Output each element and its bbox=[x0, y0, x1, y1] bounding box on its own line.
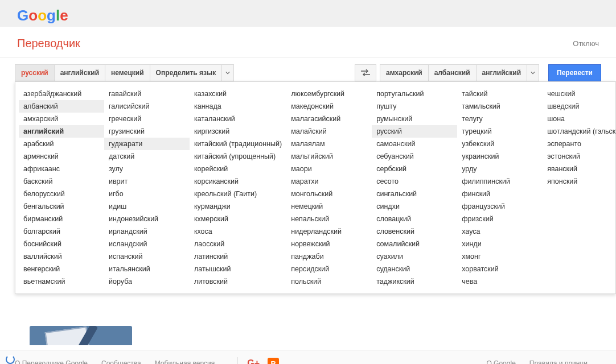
lang-option[interactable]: датский bbox=[104, 150, 190, 163]
lang-option[interactable]: сингальский bbox=[372, 188, 457, 200]
lang-option[interactable]: малаялам bbox=[286, 138, 372, 150]
lang-option[interactable]: кхмерский bbox=[190, 213, 286, 225]
lang-option[interactable]: английский bbox=[19, 125, 104, 138]
lang-option[interactable]: малагасийский bbox=[286, 113, 372, 125]
lang-option[interactable]: киргизский bbox=[190, 125, 286, 138]
lang-option[interactable]: греческий bbox=[104, 113, 190, 125]
footer-about-translate[interactable]: О Переводчике Google bbox=[15, 359, 88, 364]
lang-option[interactable]: баскский bbox=[19, 175, 104, 188]
lang-option[interactable]: идиш bbox=[104, 200, 190, 213]
lang-option[interactable]: телугу bbox=[457, 113, 543, 125]
lang-option[interactable]: словенский bbox=[372, 225, 457, 238]
lang-option[interactable]: китайский (упрощенный) bbox=[190, 150, 286, 163]
footer-mobile[interactable]: Мобильная версия bbox=[155, 359, 215, 364]
lang-option[interactable]: шотландский (гэльский) bbox=[543, 125, 616, 138]
lang-option[interactable]: бирманский bbox=[19, 213, 104, 225]
lang-option[interactable]: азербайджанский bbox=[19, 88, 104, 100]
lang-option[interactable]: шведский bbox=[543, 100, 616, 113]
lang-option[interactable]: армянский bbox=[19, 150, 104, 163]
lang-option[interactable]: мальтийский bbox=[286, 150, 372, 163]
lang-option[interactable]: турецкий bbox=[457, 125, 543, 138]
lang-option[interactable]: шона bbox=[543, 113, 616, 125]
lang-option[interactable]: нидерландский bbox=[286, 225, 372, 238]
lang-option[interactable]: монгольский bbox=[286, 188, 372, 200]
lang-option[interactable]: индонезийский bbox=[104, 213, 190, 225]
lang-option[interactable]: португальский bbox=[372, 88, 457, 100]
lang-option[interactable]: сомалийский bbox=[372, 238, 457, 250]
source-tab-detect[interactable]: Определить язык bbox=[150, 64, 223, 81]
lang-option[interactable]: румынский bbox=[372, 113, 457, 125]
lang-option[interactable]: испанский bbox=[104, 250, 190, 263]
lang-option[interactable]: игбо bbox=[104, 188, 190, 200]
lang-option[interactable]: креольский (Гаити) bbox=[190, 188, 286, 200]
lang-option[interactable]: непальский bbox=[286, 213, 372, 225]
lang-option[interactable]: хорватский bbox=[457, 263, 543, 275]
lang-option[interactable]: сесото bbox=[372, 175, 457, 188]
lang-option[interactable]: урду bbox=[457, 163, 543, 175]
lang-option[interactable]: курманджи bbox=[190, 200, 286, 213]
swap-languages-button[interactable] bbox=[355, 64, 376, 81]
lang-option[interactable]: бенгальский bbox=[19, 200, 104, 213]
lang-option[interactable]: финский bbox=[457, 188, 543, 200]
lang-option[interactable]: люксембургский bbox=[286, 88, 372, 100]
lang-option[interactable]: хауса bbox=[457, 225, 543, 238]
blogger-icon[interactable]: B bbox=[268, 358, 279, 364]
translate-button[interactable]: Перевести bbox=[548, 64, 601, 81]
lang-option[interactable]: пушту bbox=[372, 100, 457, 113]
lang-option[interactable]: зулу bbox=[104, 163, 190, 175]
lang-option[interactable]: итальянский bbox=[104, 263, 190, 275]
lang-option[interactable]: суданский bbox=[372, 263, 457, 275]
target-tab-2[interactable]: английский bbox=[477, 64, 527, 81]
lang-option[interactable]: самоанский bbox=[372, 138, 457, 150]
lang-option[interactable]: фризский bbox=[457, 213, 543, 225]
lang-option[interactable]: словацкий bbox=[372, 213, 457, 225]
lang-option[interactable]: суахили bbox=[372, 250, 457, 263]
lang-option[interactable]: каталанский bbox=[190, 113, 286, 125]
lang-option[interactable]: казахский bbox=[190, 88, 286, 100]
lang-option[interactable]: вьетнамский bbox=[19, 275, 104, 288]
lang-option[interactable]: амхарский bbox=[19, 113, 104, 125]
lang-option[interactable]: исландский bbox=[104, 238, 190, 250]
lang-option[interactable]: чешский bbox=[543, 88, 616, 100]
lang-option[interactable]: китайский (традиционный) bbox=[190, 138, 286, 150]
lang-option[interactable]: гавайский bbox=[104, 88, 190, 100]
lang-option[interactable]: эсперанто bbox=[543, 138, 616, 150]
lang-option[interactable]: маори bbox=[286, 163, 372, 175]
lang-option[interactable]: панджаби bbox=[286, 250, 372, 263]
source-lang-dropdown-toggle[interactable] bbox=[222, 64, 234, 81]
lang-option[interactable]: украинский bbox=[457, 150, 543, 163]
lang-option[interactable]: корейский bbox=[190, 163, 286, 175]
lang-option[interactable]: корсиканский bbox=[190, 175, 286, 188]
lang-option[interactable]: латинский bbox=[190, 250, 286, 263]
lang-option[interactable]: каннада bbox=[190, 100, 286, 113]
source-tab-2[interactable]: немецкий bbox=[105, 64, 150, 81]
lang-option[interactable]: французский bbox=[457, 200, 543, 213]
lang-option[interactable]: норвежский bbox=[286, 238, 372, 250]
lang-option[interactable]: венгерский bbox=[19, 263, 104, 275]
lang-option[interactable]: белорусский bbox=[19, 188, 104, 200]
footer-policies[interactable]: Правила и принци bbox=[529, 359, 588, 364]
source-tab-0[interactable]: русский bbox=[15, 64, 55, 81]
lang-option[interactable]: персидский bbox=[286, 263, 372, 275]
target-tab-1[interactable]: албанский bbox=[429, 64, 477, 81]
source-tab-1[interactable]: английский bbox=[55, 64, 105, 81]
lang-option[interactable]: малайский bbox=[286, 125, 372, 138]
lang-option[interactable]: таджикский bbox=[372, 275, 457, 288]
lang-option[interactable]: арабский bbox=[19, 138, 104, 150]
lang-option[interactable]: литовский bbox=[190, 275, 286, 288]
lang-option[interactable]: африкаанс bbox=[19, 163, 104, 175]
google-logo[interactable]: Google bbox=[17, 7, 68, 24]
lang-option[interactable]: хмонг bbox=[457, 250, 543, 263]
lang-option[interactable]: яванский bbox=[543, 163, 616, 175]
lang-option[interactable]: маратхи bbox=[286, 175, 372, 188]
footer-about-google[interactable]: О Google bbox=[486, 359, 515, 364]
lang-option[interactable]: кхоса bbox=[190, 225, 286, 238]
lang-option[interactable]: боснийский bbox=[19, 238, 104, 250]
lang-option[interactable]: узбекский bbox=[457, 138, 543, 150]
lang-option[interactable]: хинди bbox=[457, 238, 543, 250]
lang-option[interactable]: немецкий bbox=[286, 200, 372, 213]
lang-option[interactable]: русский bbox=[372, 125, 457, 138]
target-lang-dropdown-toggle[interactable] bbox=[527, 64, 539, 81]
lang-option[interactable]: латышский bbox=[190, 263, 286, 275]
lang-option[interactable]: японский bbox=[543, 175, 616, 188]
